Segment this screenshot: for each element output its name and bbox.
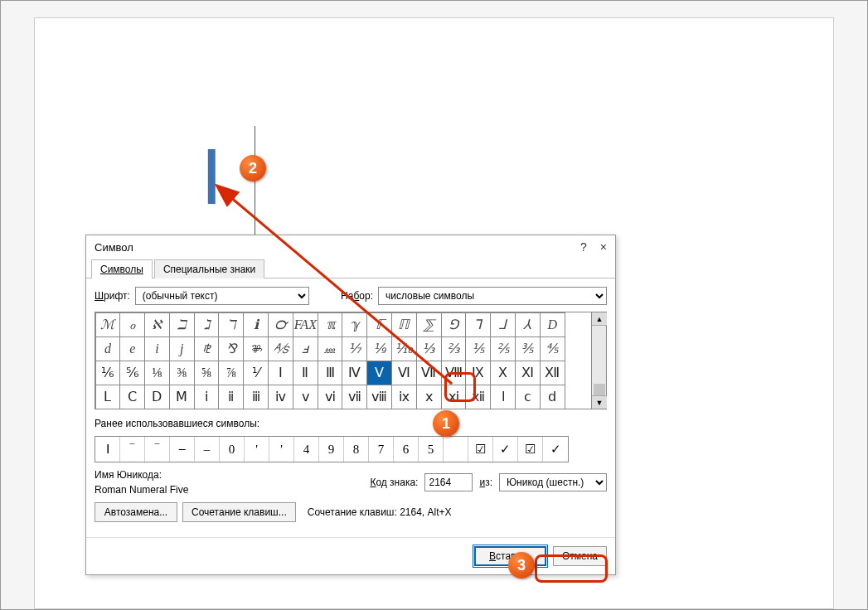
recent-symbol-cell[interactable]: – bbox=[195, 437, 220, 462]
symbol-cell[interactable]: ⅏ bbox=[318, 336, 343, 361]
from-select[interactable]: Юникод (шестн.) bbox=[499, 473, 607, 491]
symbol-cell[interactable]: ⅷ bbox=[366, 385, 392, 409]
symbol-cell[interactable]: Ⅴ bbox=[366, 361, 392, 385]
symbol-cell[interactable]: ⅃ bbox=[490, 312, 516, 337]
symbol-cell[interactable]: ⅎ bbox=[293, 336, 318, 361]
symbol-grid[interactable]: ℳℴℵℶℷℸℹ℺FAXℼℽℾℿ⅀⅁⅂⅃⅄Ddeij⅊⅋⅌⅍ⅎ⅏⅐⅑⅒⅓⅔⅕⅖⅗⅘… bbox=[95, 312, 591, 409]
tab-symbols[interactable]: Символы bbox=[91, 259, 153, 278]
symbol-cell[interactable]: ⅟ bbox=[243, 361, 269, 385]
symbol-cell[interactable]: ⅐ bbox=[342, 336, 367, 361]
scroll-down-button[interactable]: ▼ bbox=[592, 395, 607, 409]
shortcut-key-button[interactable]: Сочетание клавиш... bbox=[182, 502, 296, 522]
symbol-cell[interactable]: D bbox=[540, 312, 565, 337]
symbol-cell[interactable]: ⅁ bbox=[441, 312, 467, 337]
symbol-cell[interactable]: ⅌ bbox=[243, 336, 269, 361]
symbol-cell[interactable]: Ⅽ bbox=[119, 385, 145, 409]
symbol-cell[interactable]: ⅜ bbox=[169, 361, 195, 385]
symbol-cell[interactable]: ⅻ bbox=[465, 385, 491, 409]
symbol-cell[interactable]: ℴ bbox=[119, 312, 145, 337]
symbol-cell[interactable]: ℽ bbox=[342, 312, 367, 337]
scroll-up-button[interactable]: ▲ bbox=[592, 312, 607, 326]
symbol-cell[interactable]: Ⅱ bbox=[293, 361, 318, 385]
symbol-cell[interactable]: ⅽ bbox=[515, 385, 541, 409]
symbol-cell[interactable]: ⅸ bbox=[391, 385, 417, 409]
symbol-cell[interactable]: Ⅿ bbox=[169, 385, 195, 409]
symbol-cell[interactable]: ⅾ bbox=[540, 385, 565, 409]
recent-symbol-cell[interactable]: ' bbox=[245, 437, 269, 462]
recent-symbol-cell[interactable]: 5 bbox=[419, 437, 444, 462]
symbol-cell[interactable]: Ⅶ bbox=[416, 361, 442, 385]
symbol-cell[interactable]: ⅘ bbox=[540, 336, 565, 361]
symbol-cell[interactable]: ⅍ bbox=[268, 336, 293, 361]
symbol-cell[interactable]: ⅱ bbox=[218, 385, 244, 409]
symbol-cell[interactable]: Ⅻ bbox=[540, 361, 565, 385]
symbol-cell[interactable]: Ⅼ bbox=[95, 385, 121, 409]
symbol-cell[interactable]: ⅔ bbox=[441, 336, 467, 361]
symbol-cell[interactable]: Ⅲ bbox=[318, 361, 343, 385]
symbol-cell[interactable]: ⅛ bbox=[144, 361, 170, 385]
symbol-cell[interactable]: ℿ bbox=[391, 312, 417, 337]
symbol-cell[interactable]: ⅶ bbox=[342, 385, 367, 409]
symbol-cell[interactable]: j bbox=[169, 336, 195, 361]
symbol-cell[interactable]: ⅝ bbox=[194, 361, 220, 385]
recent-symbol-cell[interactable]: 7 bbox=[369, 437, 394, 462]
symbol-cell[interactable]: ℺ bbox=[268, 312, 293, 337]
recent-symbol-cell[interactable]: ‾ bbox=[120, 437, 145, 462]
symbol-cell[interactable]: FAX bbox=[293, 312, 318, 337]
symbol-cell[interactable]: ℾ bbox=[366, 312, 392, 337]
symbol-cell[interactable]: Ⅳ bbox=[342, 361, 367, 385]
symbol-cell[interactable]: ⅋ bbox=[218, 336, 244, 361]
symbol-cell[interactable]: ⅗ bbox=[515, 336, 541, 361]
symbol-cell[interactable]: ℸ bbox=[218, 312, 244, 337]
symbol-cell[interactable]: Ⅷ bbox=[441, 361, 467, 385]
symbol-cell[interactable]: ⅀ bbox=[416, 312, 442, 337]
recent-symbol-cell[interactable]: 8 bbox=[344, 437, 369, 462]
symbol-cell[interactable]: ⅂ bbox=[465, 312, 491, 337]
recent-symbol-cell[interactable]: 4 bbox=[294, 437, 319, 462]
symbol-cell[interactable]: ⅊ bbox=[194, 336, 220, 361]
symbol-cell[interactable]: ℷ bbox=[194, 312, 220, 337]
autocorrect-button[interactable]: Автозамена... bbox=[95, 502, 177, 522]
symbol-cell[interactable]: ⅄ bbox=[515, 312, 541, 337]
symbol-cell[interactable]: ⅰ bbox=[194, 385, 220, 409]
symbol-cell[interactable]: ℵ bbox=[144, 312, 170, 337]
recent-symbol-cell[interactable]: 6 bbox=[394, 437, 419, 462]
symbol-cell[interactable]: Ⅺ bbox=[515, 361, 541, 385]
symbol-cell[interactable]: ⅖ bbox=[490, 336, 516, 361]
symbol-cell[interactable]: ℼ bbox=[318, 312, 343, 337]
symbol-cell[interactable]: e bbox=[119, 336, 145, 361]
recent-symbol-cell[interactable]: ✓ bbox=[493, 437, 518, 462]
help-button[interactable]: ? bbox=[580, 240, 587, 254]
tab-special-chars[interactable]: Специальные знаки bbox=[154, 259, 264, 278]
symbol-cell[interactable]: ℶ bbox=[169, 312, 195, 337]
recent-symbol-cell[interactable]: ' bbox=[269, 437, 294, 462]
recent-symbol-cell[interactable]: ☑ bbox=[518, 437, 543, 462]
symbol-cell[interactable]: ⅚ bbox=[119, 361, 145, 385]
symbol-cell[interactable]: ⅓ bbox=[416, 336, 442, 361]
symbol-cell[interactable]: ⅞ bbox=[218, 361, 244, 385]
symbol-cell[interactable]: ⅳ bbox=[268, 385, 293, 409]
recent-symbol-cell[interactable]: Ⅰ bbox=[95, 437, 120, 462]
symbol-cell[interactable]: ⅒ bbox=[391, 336, 417, 361]
font-select[interactable]: (обычный текст) bbox=[135, 287, 309, 305]
close-button[interactable]: × bbox=[600, 240, 607, 254]
symbol-cell[interactable]: Ⅰ bbox=[268, 361, 293, 385]
recent-symbol-cell[interactable]: 0 bbox=[220, 437, 245, 462]
symbol-cell[interactable]: ⅹ bbox=[416, 385, 442, 409]
recent-symbol-cell[interactable] bbox=[444, 437, 468, 462]
symbol-cell[interactable]: ⅲ bbox=[243, 385, 269, 409]
recent-symbol-cell[interactable]: 9 bbox=[319, 437, 344, 462]
symbol-cell[interactable]: ⅙ bbox=[95, 361, 121, 385]
symbol-cell[interactable]: d bbox=[95, 336, 121, 361]
code-input[interactable] bbox=[424, 473, 473, 491]
cancel-button[interactable]: Отмена bbox=[553, 546, 607, 566]
symbol-cell[interactable]: Ⅵ bbox=[391, 361, 417, 385]
symbol-cell[interactable]: ⅴ bbox=[293, 385, 318, 409]
symbol-cell[interactable]: Ⅸ bbox=[465, 361, 491, 385]
subset-select[interactable]: числовые символы bbox=[378, 287, 607, 305]
symbol-cell[interactable]: ⅼ bbox=[490, 385, 516, 409]
symbol-cell[interactable]: ⅺ bbox=[441, 385, 467, 409]
symbol-cell[interactable]: ℹ bbox=[243, 312, 269, 337]
symbol-cell[interactable]: Ⅾ bbox=[144, 385, 170, 409]
recent-symbol-cell[interactable]: ✓ bbox=[543, 437, 568, 462]
